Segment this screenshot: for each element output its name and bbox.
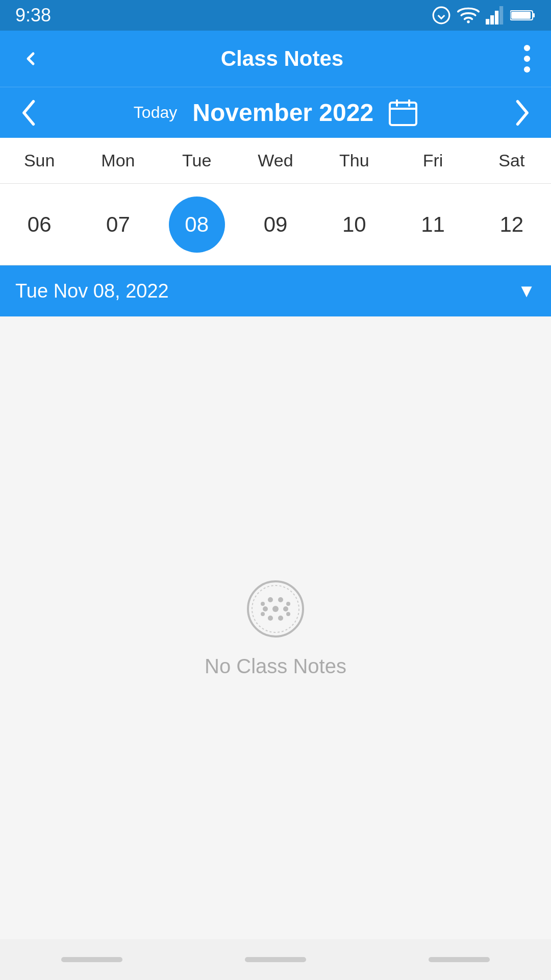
svg-rect-4 [495,11,498,24]
svg-point-21 [268,597,273,602]
day-header-thu: Thu [315,151,393,170]
day-number-06: 06 [11,197,67,253]
month-year-title: November 2022 [192,99,373,127]
svg-rect-12 [390,103,416,125]
day-cell-10[interactable]: 10 [315,197,393,253]
app-bar-actions [518,39,536,78]
svg-point-1 [467,20,470,23]
calendar-picker-button[interactable] [389,100,417,126]
day-header-wed: Wed [236,151,315,170]
prev-month-button[interactable] [15,94,44,131]
app-bar: Class Notes [0,31,551,87]
nav-pill-center [245,957,306,962]
day-number-12: 12 [484,197,540,253]
day-header-sat: Sat [472,151,551,170]
date-banner[interactable]: Tue Nov 08, 2022 ▼ [0,265,551,316]
day-header-tue: Tue [158,151,236,170]
pocket-icon [432,6,451,25]
day-header-sun: Sun [0,151,79,170]
bottom-nav [0,939,551,980]
day-cell-07[interactable]: 07 [79,197,157,253]
svg-point-20 [283,606,288,611]
svg-point-9 [524,45,530,51]
more-options-button[interactable] [518,39,536,78]
svg-rect-5 [499,6,503,24]
svg-point-10 [524,56,530,62]
day-cell-06[interactable]: 06 [0,197,79,253]
svg-rect-2 [486,19,489,24]
svg-point-28 [286,612,290,616]
svg-point-0 [433,7,449,23]
svg-rect-7 [533,13,535,17]
day-header-mon: Mon [79,151,157,170]
day-number-09: 09 [247,197,304,253]
svg-point-22 [278,597,283,602]
empty-state-icon [245,578,306,640]
today-button[interactable]: Today [134,103,177,122]
wifi-icon [457,6,480,25]
day-cell-09[interactable]: 09 [236,197,315,253]
svg-rect-8 [511,12,531,19]
app-bar-title: Class Notes [221,46,343,71]
day-cell-12[interactable]: 12 [472,197,551,253]
status-time: 9:38 [15,5,51,26]
svg-point-26 [286,602,290,606]
day-headers: Sun Mon Tue Wed Thu Fri Sat [0,138,551,184]
svg-point-19 [263,606,268,611]
day-number-11: 11 [405,197,461,253]
day-header-fri: Fri [393,151,472,170]
calendar-nav-header: Today November 2022 [0,87,551,138]
svg-point-11 [524,66,530,72]
status-icons [432,6,536,25]
calendar-header-center: Today November 2022 [134,99,417,127]
status-bar: 9:38 [0,0,551,31]
svg-point-24 [278,616,283,621]
day-number-10: 10 [326,197,382,253]
next-month-button[interactable] [507,94,536,131]
day-number-07: 07 [90,197,146,253]
day-cell-11[interactable]: 11 [393,197,472,253]
nav-pill-right [429,957,490,962]
signal-icon [486,6,504,25]
svg-point-18 [272,606,279,612]
svg-rect-3 [490,15,494,24]
nav-pill-left [61,957,122,962]
battery-icon [510,8,536,23]
day-cell-08[interactable]: 08 [158,197,236,253]
selected-date-text: Tue Nov 08, 2022 [15,280,169,302]
content-area: No Class Notes [0,316,551,939]
svg-point-27 [261,612,265,616]
dropdown-arrow-icon: ▼ [517,280,536,302]
week-row: 06 07 08 09 10 11 12 [0,184,551,265]
back-button[interactable] [15,43,46,74]
svg-point-23 [268,616,273,621]
empty-state-text: No Class Notes [205,655,346,678]
svg-point-25 [261,602,265,606]
day-number-08: 08 [169,197,225,253]
